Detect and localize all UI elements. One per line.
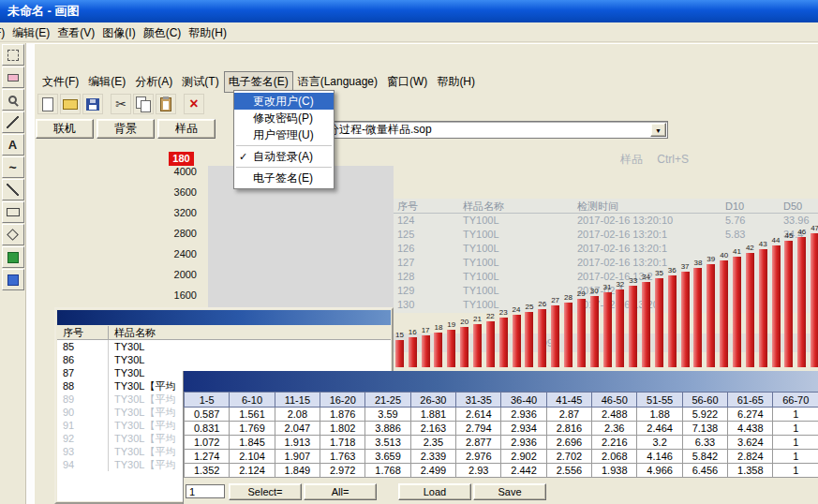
- delete-button[interactable]: ×: [184, 94, 204, 114]
- bar: [629, 286, 637, 367]
- list-cell: 85: [57, 340, 109, 353]
- data-cell: 2.934: [501, 422, 546, 436]
- bar: [681, 272, 690, 367]
- list-item[interactable]: 86TY30L: [57, 353, 391, 366]
- rect-tool-button[interactable]: [2, 201, 24, 223]
- dropdown-item-6[interactable]: 电子签名(E): [234, 170, 334, 186]
- data-cell: 2.104: [230, 450, 275, 464]
- paint-toolbox: A~: [0, 43, 26, 504]
- green-tool-tool-button[interactable]: [2, 246, 24, 268]
- sample-list-header-row: 序号样品名称: [57, 326, 391, 340]
- list-cell: 86: [57, 353, 109, 366]
- all-button[interactable]: All=: [304, 483, 377, 500]
- zoom-tool-button[interactable]: [2, 89, 24, 111]
- chevron-down-icon[interactable]: ▼: [650, 123, 666, 137]
- dropdown-item-1[interactable]: 修改密码(P): [234, 110, 334, 126]
- app-menu-item-7[interactable]: 帮助(H): [432, 71, 480, 93]
- paint-menu-item-5[interactable]: 帮助(H): [185, 22, 231, 44]
- data-cell: 1.763: [320, 450, 365, 464]
- command-button-2[interactable]: 样品: [157, 119, 216, 139]
- data-cell: 1.907: [275, 450, 320, 464]
- paint-menu-item-2[interactable]: 查看(V): [53, 22, 98, 44]
- column-header: 1-5: [185, 393, 230, 408]
- app-menu-item-1[interactable]: 编辑(E): [83, 71, 130, 93]
- paint-titlebar: 未命名 - 画图: [0, 0, 818, 22]
- distribution-table-titlebar[interactable]: [184, 371, 818, 392]
- data-cell: 2.556: [546, 464, 591, 478]
- paste-button[interactable]: [156, 94, 176, 114]
- paint-menu-item-3[interactable]: 图像(I): [98, 22, 139, 44]
- column-header: 66-70: [773, 393, 818, 408]
- dropdown-item-0[interactable]: 更改用户(C): [234, 93, 334, 110]
- data-row[interactable]: 0.8311.7692.0471.8023.8862.1632.7942.934…: [185, 422, 818, 436]
- curve-tool-button[interactable]: ~: [2, 156, 24, 178]
- data-row[interactable]: 1.3522.1241.8492.9721.7682.4992.932.4422…: [185, 464, 818, 478]
- sop-combobox[interactable]: 分过程-微量样品.sop ▼: [323, 121, 668, 139]
- data-cell: 2.488: [592, 408, 637, 422]
- app-menu-item-0[interactable]: 文件(F): [37, 71, 83, 93]
- list-cell: TY30L: [109, 353, 352, 366]
- list-cell: 88: [57, 379, 109, 393]
- dropdown-item-2[interactable]: 用户管理(U): [234, 126, 334, 143]
- data-row[interactable]: 1.2742.1041.9071.7633.6592.3392.9762.902…: [185, 450, 818, 464]
- column-header: 61-65: [728, 393, 773, 408]
- data-cell: 2.08: [275, 408, 320, 422]
- app-menu-item-2[interactable]: 分析(A): [130, 71, 177, 93]
- rect-icon: [7, 208, 20, 216]
- list-item[interactable]: 85TY30L: [57, 340, 391, 353]
- data-row[interactable]: 0.5871.5612.081.8763.591.8812.6142.9362.…: [185, 408, 818, 422]
- polygon-tool-button[interactable]: [2, 224, 24, 245]
- save-button[interactable]: Save: [473, 483, 546, 500]
- data-cell: 2.614: [456, 408, 501, 422]
- delete-icon: ×: [189, 97, 198, 111]
- command-button-1[interactable]: 背景: [97, 119, 155, 139]
- pencil-tool-button[interactable]: [2, 111, 24, 133]
- cut-button[interactable]: ✂: [111, 94, 131, 114]
- save-icon: [86, 98, 99, 111]
- eraser-icon: [7, 74, 19, 82]
- app-menu-item-3[interactable]: 测试(T): [177, 71, 223, 93]
- y-axis-tick: 3600: [167, 186, 197, 198]
- new-file-button[interactable]: [37, 94, 58, 114]
- select-tool-button[interactable]: [2, 44, 24, 66]
- data-cell: 5.922: [682, 408, 727, 422]
- bar: [551, 305, 559, 367]
- data-cell: 1.881: [410, 408, 455, 422]
- text-tool-button[interactable]: A: [2, 134, 24, 156]
- data-cell: 1.938: [592, 464, 637, 478]
- bar: [409, 337, 417, 367]
- dropdown-item-4[interactable]: ✓自动登录(A): [234, 148, 334, 165]
- open-folder-button[interactable]: [60, 94, 81, 114]
- data-cell: 1.88: [637, 408, 682, 422]
- data-cell: 2.464: [637, 422, 682, 436]
- select-button[interactable]: Select=: [229, 483, 302, 500]
- column-header: 46-50: [592, 393, 637, 408]
- bar: [759, 249, 767, 367]
- data-cell: 1.913: [275, 436, 320, 450]
- command-button-0[interactable]: 联机: [36, 119, 94, 139]
- line-tool-button[interactable]: [2, 179, 24, 200]
- data-row[interactable]: 1.0721.8451.9131.7183.5132.352.8772.9362…: [185, 436, 818, 450]
- count-input[interactable]: [186, 484, 225, 498]
- polygon-icon: [7, 229, 19, 241]
- column-header: 26-30: [410, 393, 455, 408]
- data-cell: 2.124: [230, 464, 275, 478]
- copy-button[interactable]: [133, 94, 154, 114]
- sample-list-titlebar[interactable]: [57, 310, 391, 325]
- text-icon: A: [8, 140, 17, 151]
- paint-menu-item-1[interactable]: 编辑(E): [8, 22, 53, 44]
- data-cell: 2.877: [456, 436, 501, 450]
- paint-menu-item-0[interactable]: 文件(F): [0, 22, 8, 44]
- eraser-tool-button[interactable]: [2, 67, 24, 88]
- bar: [564, 303, 573, 367]
- bar: [395, 340, 404, 367]
- open-folder-icon: [63, 99, 78, 110]
- save-button[interactable]: [82, 94, 103, 114]
- bar: [538, 309, 546, 367]
- data-cell: 1.802: [320, 422, 365, 436]
- blue-tool-tool-button[interactable]: [2, 269, 24, 290]
- app-menu-item-6[interactable]: 窗口(W): [382, 71, 432, 93]
- paint-menu-item-4[interactable]: 颜色(C): [140, 22, 186, 44]
- chart-max-badge: 180: [169, 152, 194, 166]
- load-button[interactable]: Load: [398, 483, 471, 500]
